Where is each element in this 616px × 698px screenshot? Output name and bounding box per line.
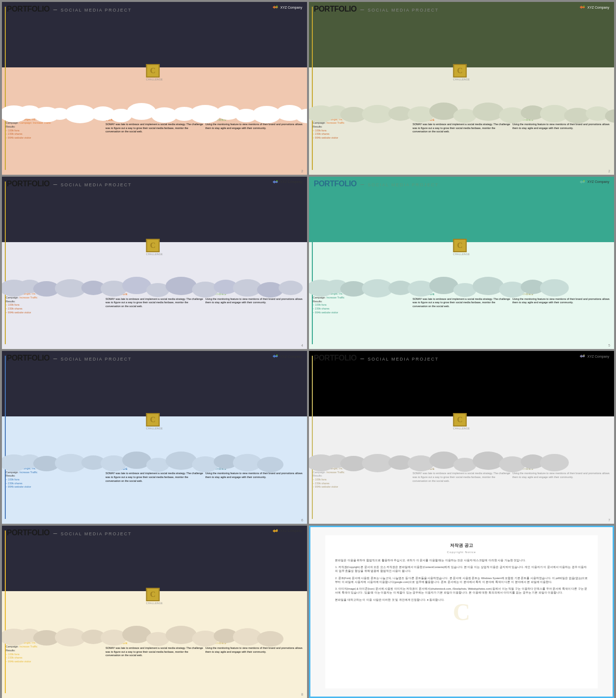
slide-7-title: PORTFOLIO – SOCIAL MEDIA PROJECT (7, 529, 132, 537)
slide-4: XYZ Company PORTFOLIO – SOCIAL MEDIA PRO… (309, 177, 614, 349)
slide-3-page: 4 (301, 344, 303, 347)
svg-point-1 (584, 6, 585, 7)
slide-2-logo: XYZ Company (579, 5, 609, 10)
copyright-subtitle: Copyright Notice (335, 550, 588, 555)
slide-1-title-area: PORTFOLIO – SOCIAL MEDIA PROJECT (7, 5, 132, 13)
slide-8-copyright: C 저작권 공고 Copyright Notice 본파일은 이용을 위하여 합… (309, 526, 614, 698)
slide-1-title: PORTFOLIO – SOCIAL MEDIA PROJECT (7, 5, 132, 13)
slide-7-clouds (2, 621, 307, 648)
copyright-section2: 2. 폰트(Font) 문서에 사용된 폰트는 나눔고딕, 나눔명조 등 다른 … (335, 576, 588, 584)
slide-5-clouds (2, 447, 307, 474)
slide-3-title-area: PORTFOLIO – SOCIAL MEDIA PROJECT (7, 180, 132, 188)
slide-6-title: PORTFOLIO – SOCIAL MEDIA PROJECT (314, 354, 439, 362)
slide-1-page: 2 (301, 169, 303, 173)
slide-1-col-left: Client Name: Hangar, Inc. Campaign: Camp… (6, 118, 103, 173)
slide-1-col-right: SOLUTIONS Using the monitoring feature t… (205, 118, 303, 173)
copyright-footer: 본파일을 대하고하는 이 이용 사람은 이러한 것 및 개인에게 인정합니다. … (335, 598, 588, 602)
slide-6-clouds (309, 447, 614, 474)
slide-7: XYZ Company PORTFOLIO – SOCIAL MEDIA PRO… (2, 526, 307, 698)
slide-6-title-area: PORTFOLIO – SOCIAL MEDIA PROJECT (314, 354, 439, 362)
slide-1-col-mid: CHALLENGE SOMAY was late to embrace and … (105, 118, 203, 173)
logo-text: XYZ Company (280, 6, 302, 9)
slide-1-clouds (2, 98, 307, 125)
slide-2-page: 2 (608, 169, 610, 173)
slide-7-content: Client Name: Hangar, Inc. Campaign: Incr… (2, 639, 307, 698)
svg-point-4 (277, 355, 278, 356)
slide-2-title: PORTFOLIO – SOCIAL MEDIA PROJECT (314, 5, 439, 13)
slide-1-logo: XYZ Company (272, 5, 302, 10)
slide-4-badge: C CHALLENGE (453, 239, 470, 256)
svg-point-2 (277, 180, 278, 181)
slides-grid: XYZ Company PORTFOLIO – SOCIAL MEDIA PRO… (0, 0, 616, 698)
copyright-section1: 1. 저작권(Copyright) 본 문서의 모든 요소 저작권은 본파일에서… (335, 565, 588, 573)
slide-5: XYZ Company PORTFOLIO – SOCIAL MEDIA PRO… (2, 351, 307, 524)
slide-6-logo: XYZ Company (579, 354, 609, 359)
slide-2: XYZ Company PORTFOLIO – SOCIAL MEDIA PRO… (309, 2, 614, 175)
slide-3-title: PORTFOLIO – SOCIAL MEDIA PROJECT (7, 180, 132, 188)
slide-4-clouds (309, 272, 614, 299)
slide-4-title: PORTFOLIO – SOCIAL MEDIA PROJECT (314, 180, 439, 188)
slide-5-logo: XYZ Company (272, 354, 302, 359)
slide-2-badge: C CHALLENGE (453, 64, 470, 81)
slide-6-content: Client Name: Hangar, Inc. Campaign: Incr… (309, 465, 614, 524)
slide-6: XYZ Company PORTFOLIO – SOCIAL MEDIA PRO… (309, 351, 614, 524)
slide-7-badge: C CHALLENGE (146, 588, 163, 605)
copyright-section3: 3. 이미지(Image) & 아이콘(Icon) 문서에 사용된 이미지는 저… (335, 587, 588, 595)
slide-2-clouds (309, 98, 614, 125)
copyright-title: 저작권 공고 (335, 543, 588, 549)
logo-text-2: XYZ Company (587, 6, 609, 9)
slide-6-badge: C CHALLENGE (453, 413, 470, 430)
slide-5-title-area: PORTFOLIO – SOCIAL MEDIA PROJECT (7, 354, 132, 362)
slide-3-logo: XYZ Company (272, 180, 302, 184)
svg-point-5 (584, 355, 585, 356)
logo-text-3: XYZ Company (280, 180, 302, 183)
slide-7-title-area: PORTFOLIO – SOCIAL MEDIA PROJECT (7, 529, 132, 537)
logo-text-6: XYZ Company (587, 355, 609, 358)
slide-5-content: Client Name: Hangar, Inc. Campaign: Incr… (2, 465, 307, 524)
slide-7-page: 8 (301, 693, 303, 696)
slide-7-logo: XYZ Company (272, 529, 302, 533)
slide-2-title-area: PORTFOLIO – SOCIAL MEDIA PROJECT (314, 5, 439, 13)
slide-3-clouds (2, 272, 307, 299)
logo-text-7: XYZ Company (280, 529, 302, 532)
slide-3-badge: C CHALLENGE (146, 239, 163, 256)
slide-1-badge: C CHALLENGE (146, 64, 163, 81)
slide-4-logo: XYZ Company (579, 180, 609, 184)
slide-5-badge: C CHALLENGE (146, 413, 163, 430)
slide-2-content: Client Name: Hangar, Inc. Campaign: Incr… (309, 116, 614, 175)
slide-1-content: Client Name: Hangar, Inc. Campaign: Camp… (2, 116, 307, 175)
svg-point-6 (277, 529, 278, 530)
slide-4-title-area: PORTFOLIO – SOCIAL MEDIA PROJECT (314, 180, 439, 188)
slide-6-page: 7 (608, 518, 610, 522)
slide-5-page: 6 (301, 518, 303, 522)
copyright-intro: 본파일은 이용을 위하여 합법적으로 활용하여 주십시오. 귀하가 이 문서를 … (335, 558, 588, 562)
slide-1: XYZ Company PORTFOLIO – SOCIAL MEDIA PRO… (2, 2, 307, 175)
svg-point-0 (277, 6, 278, 7)
slide-4-content: Client Name: Hangar, Inc. Campaign: Incr… (309, 290, 614, 349)
copyright-content: C 저작권 공고 Copyright Notice 본파일은 이용을 위하여 합… (325, 535, 597, 688)
logo-text-4: XYZ Company (587, 180, 609, 183)
slide-4-page: 5 (608, 344, 610, 347)
slide-3: XYZ Company PORTFOLIO – SOCIAL MEDIA PRO… (2, 177, 307, 349)
slide-5-title: PORTFOLIO – SOCIAL MEDIA PROJECT (7, 354, 132, 362)
slide-3-content: Client Name: Hangar, Inc. Campaign: Incr… (2, 290, 307, 349)
svg-point-3 (584, 180, 585, 181)
logo-text-5: XYZ Company (280, 355, 302, 358)
